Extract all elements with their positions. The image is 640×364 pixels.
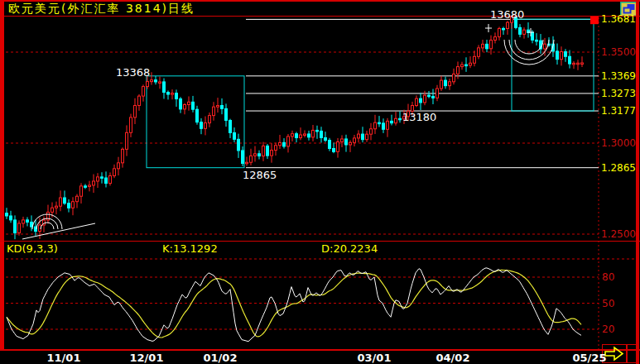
price-annotation: 12865	[243, 170, 277, 180]
date-axis-label: 03/01	[358, 352, 392, 364]
chart-canvas[interactable]	[0, 0, 640, 364]
price-axis-label: 1.3177	[601, 106, 636, 116]
window-border-top	[0, 0, 640, 2]
title-divider	[0, 16, 640, 17]
window-border-right	[636, 0, 639, 364]
kd-indicator-label[interactable]: KD(9,3,3)	[7, 242, 58, 255]
kd-axis-label: 80	[602, 272, 614, 282]
kd-d-readout: D:20.2234	[321, 242, 378, 255]
window-title: 欧元美元(外汇汇率 3814)日线	[8, 2, 195, 17]
date-axis-label: 05/25	[573, 352, 607, 364]
price-axis-label: 1.2500	[601, 229, 636, 239]
date-axis-label: 01/02	[204, 352, 238, 364]
forex-chart-window: 欧元美元(外汇汇率 3814)日线 KD(9,3,3) K:13.1292 D:…	[0, 0, 640, 364]
price-annotation: 13368	[116, 67, 150, 78]
date-axis-label: 12/01	[130, 352, 164, 364]
price-axis-label: 1.3369	[601, 71, 636, 81]
date-axis-label: 04/02	[436, 352, 470, 364]
price-annotation: 13680	[490, 9, 524, 20]
kd-panel-divider	[0, 241, 640, 242]
next-page-arrow-icon[interactable]	[602, 344, 638, 363]
date-axis-label: 11/01	[47, 352, 81, 364]
price-axis-label: 1.2865	[601, 163, 636, 173]
kd-axis-label: 20	[602, 324, 614, 334]
price-axis-label: 1.3000	[601, 138, 636, 148]
price-annotation: 13180	[402, 112, 436, 122]
kd-k-readout: K:13.1292	[162, 242, 218, 255]
price-axis-label: 1.3273	[601, 89, 636, 98]
price-axis-label: 1.3500	[601, 47, 636, 57]
window-border-bottom	[0, 349, 640, 351]
window-border-left	[0, 0, 4, 350]
kd-axis-label: 50	[602, 299, 614, 309]
price-axis-label: 1.3681	[601, 14, 636, 24]
